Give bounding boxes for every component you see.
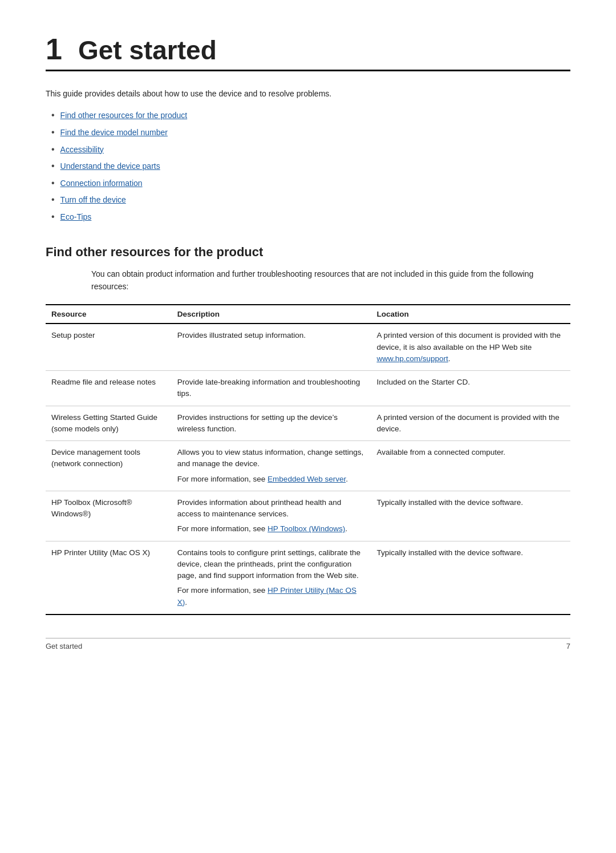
table-header-resource: Resource <box>46 305 172 324</box>
footer-page: 7 <box>566 642 570 650</box>
description-extra: For more information, see Embedded Web s… <box>177 474 366 485</box>
intro-text: This guide provides details about how to… <box>46 87 570 100</box>
toc-link[interactable]: Find the device model number <box>60 126 168 139</box>
bullet-icon: • <box>51 108 55 123</box>
table-row: Readme file and release notesProvide lat… <box>46 371 570 406</box>
section-intro: You can obtain product information and f… <box>91 268 570 293</box>
toc-item: •Turn off the device <box>51 192 570 207</box>
table-cell-resource: Setup poster <box>46 324 172 370</box>
description-text: Provides information about printhead hea… <box>177 497 366 520</box>
table-cell-description: Provides illustrated setup information. <box>172 324 371 370</box>
table-cell-resource: HP Toolbox (Microsoft® Windows®) <box>46 491 172 541</box>
bullet-icon: • <box>51 176 55 191</box>
table-cell-resource: Device management tools (network connect… <box>46 441 172 491</box>
toc-link[interactable]: Turn off the device <box>60 193 126 206</box>
toc-item: •Understand the device parts <box>51 159 570 173</box>
table-header-description: Description <box>172 305 371 324</box>
description-text: Allows you to view status information, c… <box>177 447 366 470</box>
bullet-icon: • <box>51 192 55 207</box>
description-extra: For more information, see HP Printer Uti… <box>177 585 366 608</box>
description-text: Contains tools to configure print settin… <box>177 547 366 582</box>
table-cell-description: Provide late-breaking information and tr… <box>172 371 371 406</box>
table-cell-description: Provides information about printhead hea… <box>172 491 371 541</box>
table-cell-location: Available from a connected computer. <box>371 441 570 491</box>
table-cell-location: A printed version of this document is pr… <box>371 324 570 370</box>
description-link[interactable]: HP Toolbox (Windows) <box>268 524 345 533</box>
toc-item: •Accessibility <box>51 142 570 157</box>
description-link[interactable]: Embedded Web server <box>268 475 346 483</box>
table-row: Setup posterProvides illustrated setup i… <box>46 324 570 370</box>
footer: Get started 7 <box>46 638 570 650</box>
table-row: HP Printer Utility (Mac OS X)Contains to… <box>46 541 570 615</box>
table-row: Device management tools (network connect… <box>46 441 570 491</box>
toc-list: •Find other resources for the product•Fi… <box>46 108 570 224</box>
bullet-icon: • <box>51 125 55 140</box>
toc-link[interactable]: Find other resources for the product <box>60 109 188 122</box>
table-cell-resource: HP Printer Utility (Mac OS X) <box>46 541 172 615</box>
table-cell-location: Typically installed with the device soft… <box>371 541 570 615</box>
table-cell-description: Contains tools to configure print settin… <box>172 541 371 615</box>
toc-link[interactable]: Understand the device parts <box>60 160 160 172</box>
toc-item: •Find other resources for the product <box>51 108 570 123</box>
table-cell-location: A printed version of the document is pro… <box>371 406 570 441</box>
chapter-header: 1 Get started <box>46 34 570 71</box>
bullet-icon: • <box>51 209 55 224</box>
table-cell-resource: Readme file and release notes <box>46 371 172 406</box>
table-row: HP Toolbox (Microsoft® Windows®)Provides… <box>46 491 570 541</box>
toc-item: •Connection information <box>51 176 570 191</box>
description-extra: For more information, see HP Toolbox (Wi… <box>177 523 366 535</box>
toc-link[interactable]: Connection information <box>60 177 143 189</box>
description-link[interactable]: HP Printer Utility (Mac OS X) <box>177 586 356 606</box>
table-cell-description: Allows you to view status information, c… <box>172 441 371 491</box>
bullet-icon: • <box>51 142 55 157</box>
table-cell-description: Provides instructions for setting up the… <box>172 406 371 441</box>
toc-item: •Eco-Tips <box>51 209 570 224</box>
table-cell-location: Typically installed with the device soft… <box>371 491 570 541</box>
toc-item: •Find the device model number <box>51 125 570 140</box>
table-cell-location: Included on the Starter CD. <box>371 371 570 406</box>
footer-left: Get started <box>46 642 82 650</box>
resource-table: Resource Description Location Setup post… <box>46 304 570 615</box>
chapter-number: 1 <box>46 34 62 64</box>
table-header-location: Location <box>371 305 570 324</box>
location-link[interactable]: www.hp.com/support <box>376 354 448 363</box>
bullet-icon: • <box>51 159 55 173</box>
table-cell-resource: Wireless Getting Started Guide (some mod… <box>46 406 172 441</box>
table-row: Wireless Getting Started Guide (some mod… <box>46 406 570 441</box>
section-title: Find other resources for the product <box>46 245 570 260</box>
toc-link[interactable]: Accessibility <box>60 143 104 156</box>
chapter-title: Get started <box>78 37 217 63</box>
toc-link[interactable]: Eco-Tips <box>60 211 92 223</box>
